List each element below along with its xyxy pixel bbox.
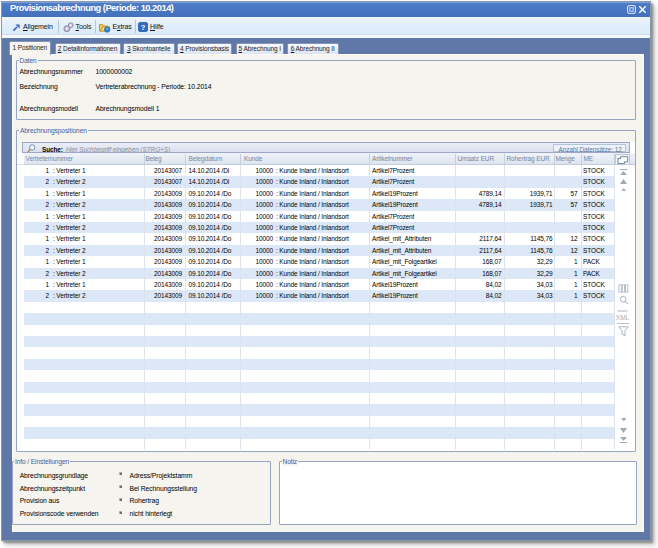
svg-text:?: ? <box>141 23 146 32</box>
svg-text:XML: XML <box>616 314 630 321</box>
